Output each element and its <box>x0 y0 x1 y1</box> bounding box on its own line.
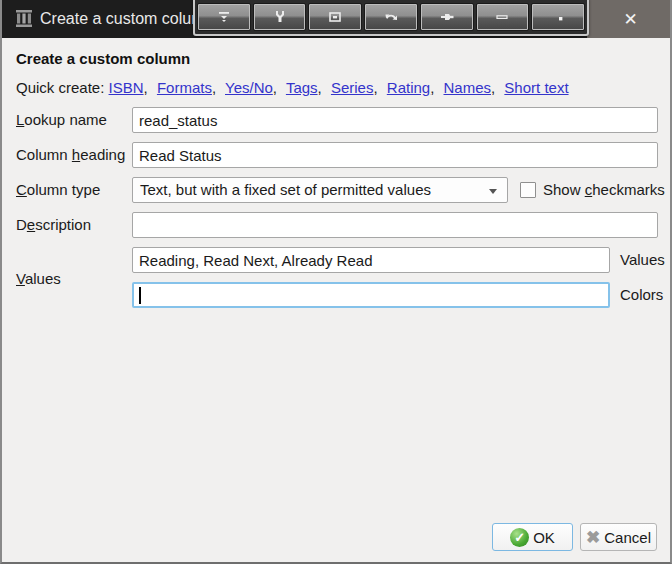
close-icon[interactable]: ✕ <box>613 9 647 30</box>
column-type-value: Text, but with a fixed set of permitted … <box>140 181 431 198</box>
chevron-down-icon <box>489 189 497 194</box>
minimize-icon[interactable] <box>476 3 530 31</box>
quick-create-label: Quick create: <box>16 79 104 96</box>
undo-icon[interactable] <box>364 3 418 31</box>
quick-create-link-yesno[interactable]: Yes/No <box>225 79 273 96</box>
cancel-button-label: Cancel <box>604 529 651 546</box>
values-side-label: Values <box>620 247 665 273</box>
create-custom-column-dialog: Create a custom column ✕ <box>0 0 672 564</box>
titlebar[interactable]: Create a custom column ✕ <box>2 0 670 38</box>
ok-button-label: OK <box>533 529 555 546</box>
column-heading-label: Column heading <box>16 142 125 168</box>
values-group-label: Values <box>16 266 61 292</box>
column-type-select[interactable]: Text, but with a fixed set of permitted … <box>132 177 508 203</box>
column-heading-input[interactable] <box>132 142 658 168</box>
text-caret <box>139 287 141 304</box>
ok-button[interactable]: ✓ OK <box>492 523 573 551</box>
quick-create-link-series[interactable]: Series <box>331 79 374 96</box>
cancel-button[interactable]: ✖ Cancel <box>580 523 657 551</box>
quick-create-row: Quick create: ISBN, Formats, Yes/No, Tag… <box>16 79 569 96</box>
page-title: Create a custom column <box>16 50 190 67</box>
colors-input[interactable] <box>132 282 610 308</box>
window-title: Create a custom column <box>40 0 213 38</box>
quick-create-link-shorttext[interactable]: Short text <box>504 79 568 96</box>
quick-create-link-rating[interactable]: Rating <box>387 79 430 96</box>
quick-create-link-names[interactable]: Names <box>444 79 492 96</box>
overlay-toolbar <box>193 0 589 36</box>
description-input[interactable] <box>132 212 658 238</box>
quick-create-link-tags[interactable]: Tags <box>286 79 318 96</box>
column-type-label: Column type <box>16 177 100 203</box>
calibre-pillar-icon <box>14 10 34 28</box>
quick-create-link-formats[interactable]: Formats <box>157 79 212 96</box>
restore-window-icon[interactable] <box>308 3 362 31</box>
show-checkmarks-checkbox[interactable] <box>520 182 536 198</box>
colors-side-label: Colors <box>620 282 663 308</box>
description-label: Description <box>16 212 91 238</box>
collapse-down-icon[interactable] <box>197 3 251 31</box>
values-input[interactable] <box>132 247 610 273</box>
pin-icon[interactable] <box>420 3 474 31</box>
show-checkmarks-label: Show checkmarks <box>543 177 665 203</box>
titlebar-right-panel: ✕ <box>587 0 672 38</box>
lookup-name-input[interactable] <box>132 107 658 133</box>
dot-icon[interactable] <box>531 3 585 31</box>
quick-create-link-isbn[interactable]: ISBN <box>109 79 144 96</box>
wrench-icon[interactable] <box>253 3 307 31</box>
cancel-x-icon: ✖ <box>586 528 600 547</box>
dialog-body: Create a custom column Quick create: ISB… <box>2 38 670 562</box>
ok-check-icon: ✓ <box>510 528 529 547</box>
lookup-name-label: Lookup name <box>16 107 107 133</box>
